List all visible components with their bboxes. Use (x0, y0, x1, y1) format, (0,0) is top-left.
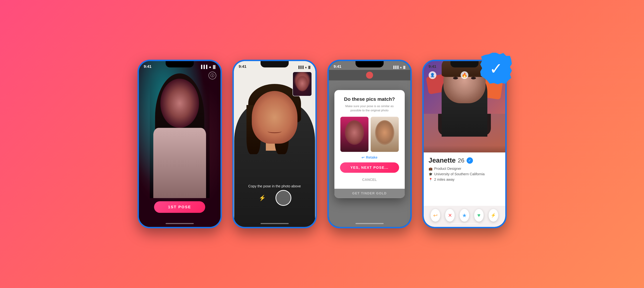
time-2: 9:41 (239, 64, 246, 69)
flame-icon: 🔥 (462, 72, 467, 78)
dialog-photo-original (340, 117, 368, 152)
dialog-photo-selfie (370, 117, 399, 152)
nope-button[interactable]: ✕ (445, 209, 455, 222)
dialog-inner: Do these pics match? Make sure your pose… (334, 90, 405, 189)
profile-name: Jeanette (429, 157, 456, 164)
info-button-1[interactable]: ⓘ (208, 72, 216, 79)
badge-shape: ✓ (480, 53, 512, 84)
phone-2: 9:41 ▐▐▐ ▲ ▓ (232, 60, 317, 228)
dialog-photos (340, 117, 399, 152)
location-icon: 📍 (429, 178, 432, 182)
home-indicator-4 (450, 223, 478, 224)
battery-icon-1: ▓ (213, 65, 216, 69)
wifi-icon-2: ▲ (304, 66, 307, 69)
topbar-icon (366, 72, 373, 79)
phone-3: 9:41 ▐▐▐ ▲ ▓ Do these pics match? Make s… (327, 60, 412, 228)
thumbnail-face (293, 72, 312, 96)
selfie-face-shape (252, 91, 298, 144)
profile-nav-icon[interactable]: 👤 (429, 71, 436, 79)
signal-icon-3: ▐▐▐ (392, 66, 398, 69)
home-indicator-2 (260, 223, 289, 224)
signal-icon-1: ▐▐▐ (200, 65, 208, 69)
big-verified-badge: ✓ (480, 53, 516, 88)
boost-button[interactable]: ⚡ (488, 209, 498, 222)
job-label: Product Designer (434, 167, 462, 171)
dialog-title: Do these pics match? (340, 96, 399, 102)
action-bar: ↩ ✕ ★ ♥ ⚡ (424, 209, 505, 222)
profile-verified-badge: ✓ (466, 157, 473, 164)
dialog-topbar (329, 70, 410, 80)
yes-next-pose-button[interactable]: YES, NEXT POSE... (340, 162, 399, 173)
person-icon: 👤 (430, 73, 435, 77)
wifi-icon-3: ▲ (400, 66, 402, 69)
wifi-icon-1: ▲ (208, 65, 212, 69)
distance-label: 2 miles away (434, 178, 455, 182)
profile-distance: 📍 2 miles away (429, 178, 500, 182)
cancel-button[interactable]: CANCEL (340, 175, 399, 184)
profile-age: 26 (458, 157, 464, 164)
pose-button-1[interactable]: 1ST POSE (154, 201, 205, 213)
notch-3 (356, 61, 384, 67)
camera-controls: ⚡ (234, 190, 316, 206)
school-icon: 🎓 (429, 172, 432, 176)
profile-school: 🎓 University of Southern California (429, 172, 500, 176)
phone4-wrapper: 9:41 ▐▐▐ ▲ ▓ 👤 🔥 💬 (422, 60, 507, 228)
battery-icon-2: ▓ (308, 66, 310, 69)
profile-name-row: Jeanette 26 ✓ (429, 157, 500, 164)
get-tinder-gold-button[interactable]: GET TINDER GOLD (334, 189, 405, 198)
time-3: 9:41 (334, 64, 342, 69)
profile-info: Jeanette 26 ✓ 💼 Product Designer 🎓 Unive… (424, 152, 505, 206)
flash-icon[interactable]: ⚡ (258, 194, 267, 202)
shutter-button[interactable] (276, 190, 291, 206)
school-label: University of Southern California (434, 172, 485, 176)
profile-job: 💼 Product Designer (429, 167, 500, 171)
status-icons-2: ▐▐▐ ▲ ▓ (298, 66, 310, 69)
thumbnail-overlay (292, 72, 312, 96)
tinder-flame-icon[interactable]: 🔥 (461, 71, 468, 79)
home-indicator-3 (356, 223, 384, 224)
notch-2 (260, 61, 289, 67)
job-icon: 💼 (429, 167, 432, 171)
body-shape-1 (153, 128, 206, 198)
super-like-button[interactable]: ★ (460, 209, 469, 222)
time-4: 9:41 (429, 64, 436, 69)
rewind-button[interactable]: ↩ (430, 209, 440, 222)
notch-1 (166, 61, 194, 67)
status-icons-3: ▐▐▐ ▲ ▓ (392, 66, 406, 69)
battery-icon-3: ▓ (403, 66, 406, 69)
retake-label: Retake (366, 155, 378, 159)
like-button[interactable]: ♥ (474, 209, 484, 222)
status-icons-1: ▐▐▐ ▲ ▓ (200, 65, 216, 69)
retake-icon: ↩ (362, 155, 364, 159)
match-dialog: Do these pics match? Make sure your pose… (334, 90, 405, 198)
face-shape-1 (160, 79, 199, 128)
smile-shape (268, 130, 282, 133)
camera-hint: Copy the pose in the photo above (234, 184, 316, 188)
dialog-subtitle: Make sure your pose is as similar as pos… (340, 104, 399, 113)
home-indicator-1 (166, 223, 194, 224)
time-1: 9:41 (144, 64, 152, 69)
phone-1: 9:41 ▐▐▐ ▲ ▓ (138, 60, 222, 228)
phones-container: 9:41 ▐▐▐ ▲ ▓ (138, 60, 507, 228)
notch-4 (450, 61, 478, 67)
signal-icon-2: ▐▐▐ (298, 66, 304, 69)
retake-button[interactable]: ↩ Retake (340, 155, 399, 159)
